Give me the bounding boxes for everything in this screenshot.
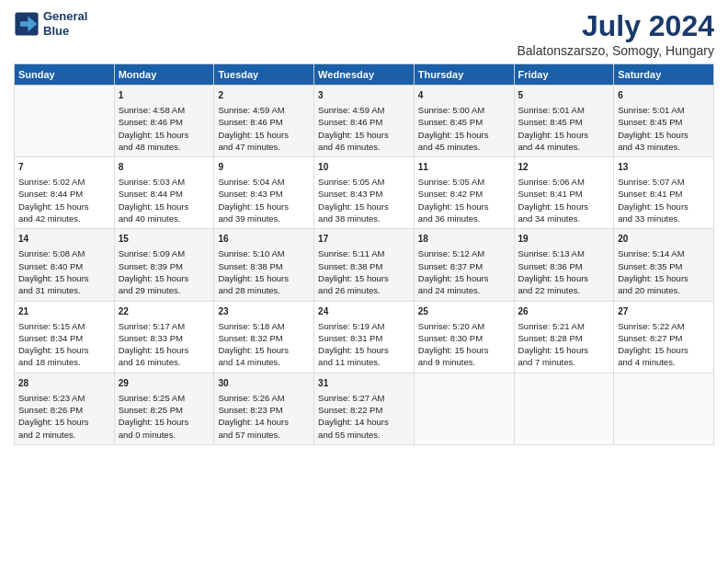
- day-info: and 24 minutes.: [418, 284, 510, 296]
- day-info: Sunset: 8:38 PM: [318, 260, 410, 272]
- day-info: Daylight: 15 hours: [518, 129, 610, 141]
- day-info: Daylight: 15 hours: [119, 344, 210, 356]
- day-info: Daylight: 15 hours: [618, 344, 710, 356]
- day-number: 7: [18, 161, 110, 174]
- day-number: 12: [518, 161, 610, 174]
- day-info: Daylight: 15 hours: [418, 129, 510, 141]
- day-info: Daylight: 15 hours: [18, 201, 110, 213]
- day-info: Sunset: 8:45 PM: [418, 116, 510, 128]
- day-info: Daylight: 15 hours: [119, 201, 210, 213]
- table-row: 3Sunrise: 4:59 AMSunset: 8:46 PMDaylight…: [314, 86, 415, 157]
- table-row: 4Sunrise: 5:00 AMSunset: 8:45 PMDaylight…: [414, 86, 514, 157]
- day-info: Daylight: 15 hours: [618, 129, 710, 141]
- day-info: Sunset: 8:28 PM: [518, 332, 610, 344]
- table-row: 23Sunrise: 5:18 AMSunset: 8:32 PMDayligh…: [214, 301, 314, 373]
- day-info: and 26 minutes.: [318, 284, 410, 296]
- day-info: Sunset: 8:43 PM: [318, 188, 410, 200]
- day-info: and 47 minutes.: [218, 141, 310, 153]
- day-number: 29: [119, 377, 210, 390]
- day-info: and 48 minutes.: [119, 141, 210, 153]
- day-info: Sunrise: 5:06 AM: [518, 176, 610, 188]
- week-row: 21Sunrise: 5:15 AMSunset: 8:34 PMDayligh…: [15, 301, 714, 373]
- table-row: 9Sunrise: 5:04 AMSunset: 8:43 PMDaylight…: [214, 157, 314, 229]
- day-info: Sunset: 8:41 PM: [518, 188, 610, 200]
- table-row: 11Sunrise: 5:05 AMSunset: 8:42 PMDayligh…: [414, 157, 514, 229]
- day-number: 3: [318, 89, 410, 102]
- day-info: Sunrise: 5:14 AM: [618, 247, 710, 259]
- day-info: Sunset: 8:34 PM: [18, 332, 110, 344]
- day-info: Sunrise: 5:01 AM: [518, 104, 610, 116]
- day-number: 30: [218, 377, 310, 390]
- day-info: Daylight: 15 hours: [318, 272, 410, 284]
- day-info: and 14 minutes.: [218, 356, 310, 368]
- day-info: Daylight: 15 hours: [119, 129, 210, 141]
- col-wednesday: Wednesday: [314, 64, 415, 86]
- day-number: 14: [18, 233, 110, 246]
- day-info: Sunrise: 4:58 AM: [119, 104, 210, 116]
- day-info: Daylight: 15 hours: [18, 416, 110, 428]
- day-number: 31: [318, 377, 410, 390]
- day-info: Daylight: 15 hours: [119, 272, 210, 284]
- day-number: 8: [119, 161, 210, 174]
- day-number: 16: [218, 233, 310, 246]
- day-info: Sunrise: 5:05 AM: [318, 176, 410, 188]
- day-info: and 45 minutes.: [418, 141, 510, 153]
- day-number: 11: [418, 161, 510, 174]
- day-info: and 40 minutes.: [119, 213, 210, 224]
- table-row: 5Sunrise: 5:01 AMSunset: 8:45 PMDaylight…: [514, 86, 614, 157]
- table-row: 24Sunrise: 5:19 AMSunset: 8:31 PMDayligh…: [314, 301, 415, 373]
- table-row: 20Sunrise: 5:14 AMSunset: 8:35 PMDayligh…: [614, 229, 714, 301]
- day-info: Daylight: 15 hours: [18, 272, 110, 284]
- day-info: Daylight: 15 hours: [218, 272, 310, 284]
- day-info: and 34 minutes.: [518, 213, 610, 224]
- day-info: Sunset: 8:31 PM: [318, 332, 410, 344]
- day-info: Sunrise: 5:04 AM: [218, 176, 310, 188]
- day-info: Sunrise: 5:27 AM: [318, 392, 410, 404]
- day-info: and 57 minutes.: [218, 429, 310, 441]
- day-info: and 38 minutes.: [318, 213, 410, 224]
- day-number: 15: [119, 233, 210, 246]
- day-info: and 55 minutes.: [318, 429, 410, 441]
- day-info: Sunset: 8:30 PM: [418, 332, 510, 344]
- day-info: Sunset: 8:36 PM: [518, 260, 610, 272]
- day-info: Sunrise: 5:26 AM: [218, 392, 310, 404]
- table-row: 6Sunrise: 5:01 AMSunset: 8:45 PMDaylight…: [614, 86, 714, 157]
- table-row: [414, 373, 514, 444]
- day-number: 19: [518, 233, 610, 246]
- day-info: and 43 minutes.: [618, 141, 710, 153]
- day-info: Daylight: 15 hours: [518, 272, 610, 284]
- day-info: and 20 minutes.: [618, 284, 710, 296]
- day-number: 10: [318, 161, 410, 174]
- day-info: Sunrise: 5:00 AM: [418, 104, 510, 116]
- col-thursday: Thursday: [414, 64, 514, 86]
- day-info: Sunset: 8:46 PM: [318, 116, 410, 128]
- day-info: Sunset: 8:23 PM: [218, 404, 310, 416]
- day-info: Sunrise: 5:23 AM: [18, 392, 110, 404]
- week-row: 28Sunrise: 5:23 AMSunset: 8:26 PMDayligh…: [15, 373, 714, 444]
- day-info: and 11 minutes.: [318, 356, 410, 368]
- day-number: 18: [418, 233, 510, 246]
- day-info: and 31 minutes.: [18, 284, 110, 296]
- day-info: Daylight: 15 hours: [418, 272, 510, 284]
- day-info: Sunrise: 5:13 AM: [518, 247, 610, 259]
- day-info: Sunrise: 5:08 AM: [18, 247, 110, 259]
- day-info: Daylight: 15 hours: [18, 344, 110, 356]
- day-info: Sunrise: 5:03 AM: [119, 176, 210, 188]
- calendar-table: Sunday Monday Tuesday Wednesday Thursday…: [14, 63, 714, 445]
- day-info: and 33 minutes.: [618, 213, 710, 224]
- day-info: Sunrise: 5:20 AM: [418, 320, 510, 332]
- day-info: Sunset: 8:32 PM: [218, 332, 310, 344]
- day-info: Sunrise: 5:21 AM: [518, 320, 610, 332]
- day-info: Daylight: 15 hours: [618, 272, 710, 284]
- day-info: Sunrise: 5:01 AM: [618, 104, 710, 116]
- page: General Blue July 2024 Balatonszarszo, S…: [0, 0, 728, 563]
- day-info: Sunset: 8:27 PM: [618, 332, 710, 344]
- day-number: 22: [119, 305, 210, 318]
- day-info: and 18 minutes.: [18, 356, 110, 368]
- day-info: and 42 minutes.: [18, 213, 110, 224]
- day-info: and 44 minutes.: [518, 141, 610, 153]
- day-info: Daylight: 15 hours: [418, 344, 510, 356]
- day-info: Sunset: 8:46 PM: [218, 116, 310, 128]
- table-row: 31Sunrise: 5:27 AMSunset: 8:22 PMDayligh…: [314, 373, 415, 444]
- table-row: 13Sunrise: 5:07 AMSunset: 8:41 PMDayligh…: [614, 157, 714, 229]
